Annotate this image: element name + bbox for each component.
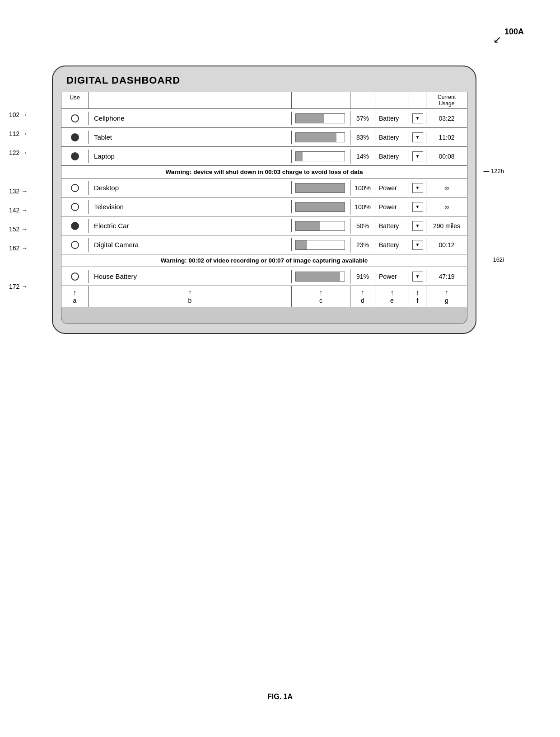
col-arrow-f: ↑ [416,289,420,297]
dropdown-btn-desktop[interactable]: ▼ [412,183,423,193]
bar-fill-cellphone [296,114,324,123]
col-type-cellphone: Battery [375,112,409,125]
page: ↙ 100A DIGITAL DASHBOARD Use Current Usa… [0,0,560,737]
col-bar-laptop [292,149,350,164]
bar-fill-electriccar [296,221,320,230]
col-label-d: ↑ d [350,286,375,307]
dropdown-btn-cellphone[interactable]: ▼ [412,113,423,123]
warning-ref-laptop: — 122h [483,168,504,174]
col-usage-cellphone: 03:22 [426,112,467,125]
bar-fill-housebattery [296,272,340,281]
col-dropdown-cellphone[interactable]: ▼ [409,112,426,125]
column-labels-row: ↑ a ↑ b ↑ c ↑ d [61,286,467,307]
ref-label-122: 122 [9,149,19,156]
col-arrow-d: ↑ [361,289,364,297]
col-dropdown-tablet[interactable]: ▼ [409,131,426,144]
col-usage-electriccar: 290 miles [426,220,467,232]
device-name-cellphone: Cellphone [89,112,292,125]
col-label-g: ↑ g [426,286,467,307]
col-dropdown-digitalcamera[interactable]: ▼ [409,238,426,252]
dashboard-table: Use Current Usage Cellphone [61,92,467,307]
indicator-empty [71,184,79,192]
ref-172: 172 → [9,283,28,290]
col-bar-television [292,199,350,215]
battery-bar-cellphone [295,113,345,123]
warning-text-digitalcamera: Warning: 00:02 of video recording or 00:… [161,257,368,264]
col-letter-a: a [73,297,77,304]
indicator-filled [71,222,79,230]
ref-112: 112 → [9,130,28,137]
monitor-bottom-bar [61,307,467,324]
col-label-f: ↑ f [409,286,426,307]
table-row: Television 100% Power ▼ ∞ [61,197,467,216]
table-row: Electric Car 50% Battery ▼ 290 miles [61,216,467,235]
ref-arrow-102: → [21,111,28,118]
col-letter-g: g [445,297,448,304]
battery-bar-tablet [295,132,345,142]
figure-caption: FIG. 1A [267,693,293,701]
dashboard-container: DIGITAL DASHBOARD Use Current Usage [52,66,476,334]
col-type-tablet: Battery [375,131,409,144]
ref-arrow-112: → [21,130,28,137]
col-dropdown-electriccar[interactable]: ▼ [409,219,426,233]
device-name-television: Television [89,200,292,213]
col-usage-header: Current Usage [426,92,467,108]
bar-fill-laptop [296,152,303,161]
ref-arrow-132: → [21,188,28,195]
bar-fill-tablet [296,133,336,142]
col-letter-e: e [390,297,394,304]
bar-fill-desktop [296,183,345,192]
col-arrow-b: ↑ [188,289,192,297]
col-letter-f: f [417,297,419,304]
col-pct-cellphone: 57% [350,112,375,125]
warning-banner-digitalcamera: Warning: 00:02 of video recording or 00:… [61,254,467,267]
col-label-a: ↑ a [61,286,89,307]
col-pct-laptop: 14% [350,150,375,163]
table-row: House Battery 91% Power ▼ 47:19 [61,267,467,286]
col-usage-housebattery: 47:19 [426,270,467,283]
figure-ref-label: 100A [504,27,524,37]
col-pct-header [350,92,375,108]
ref-label-152: 152 [9,225,19,233]
device-name-electriccar: Electric Car [89,219,292,232]
col-dropdown-desktop[interactable]: ▼ [409,181,426,195]
indicator-empty [71,203,79,211]
dropdown-btn-housebattery[interactable]: ▼ [412,272,423,282]
table-row: Cellphone 57% Battery ▼ 03:22 [61,109,467,128]
device-name-desktop: Desktop [89,181,292,194]
col-pct-electriccar: 50% [350,220,375,232]
col-usage-digitalcamera: 00:12 [426,239,467,251]
col-type-housebattery: Power [375,270,409,283]
warning-text-laptop: Warning: device will shut down in 00:03 … [166,169,363,175]
col-dropdown-housebattery[interactable]: ▼ [409,270,426,283]
device-name-laptop: Laptop [89,150,292,163]
col-dropdown-laptop[interactable]: ▼ [409,150,426,163]
dropdown-btn-electriccar[interactable]: ▼ [412,221,423,231]
table-row: Laptop 14% Battery ▼ 00:08 [61,147,467,166]
device-name-tablet: Tablet [89,131,292,144]
ref-132: 132 → [9,188,28,195]
col-use-digitalcamera [61,238,89,252]
battery-bar-electriccar [295,221,345,231]
col-dropdown-television[interactable]: ▼ [409,200,426,214]
dropdown-btn-laptop[interactable]: ▼ [412,151,423,161]
col-usage-television: ∞ [426,201,467,213]
bar-fill-digitalcamera [296,240,307,249]
col-type-desktop: Power [375,182,409,194]
figure-label-arrow: ↙ [493,34,501,46]
col-letter-d: d [361,297,364,304]
indicator-filled [71,133,79,141]
dropdown-btn-tablet[interactable]: ▼ [412,132,423,142]
ref-arrow-142: → [21,207,28,214]
device-name-housebattery: House Battery [89,270,292,283]
col-type-television: Power [375,201,409,213]
dropdown-btn-television[interactable]: ▼ [412,202,423,212]
warning-banner-laptop: Warning: device will shut down in 00:03 … [61,166,467,178]
dropdown-btn-digitalcamera[interactable]: ▼ [412,240,423,250]
col-pct-tablet: 83% [350,131,375,144]
col-usage-laptop: 00:08 [426,150,467,163]
ref-label-112: 112 [9,130,19,137]
indicator-filled [71,152,79,160]
col-bar-digitalcamera [292,237,350,253]
table-row: Desktop 100% Power ▼ ∞ [61,178,467,197]
